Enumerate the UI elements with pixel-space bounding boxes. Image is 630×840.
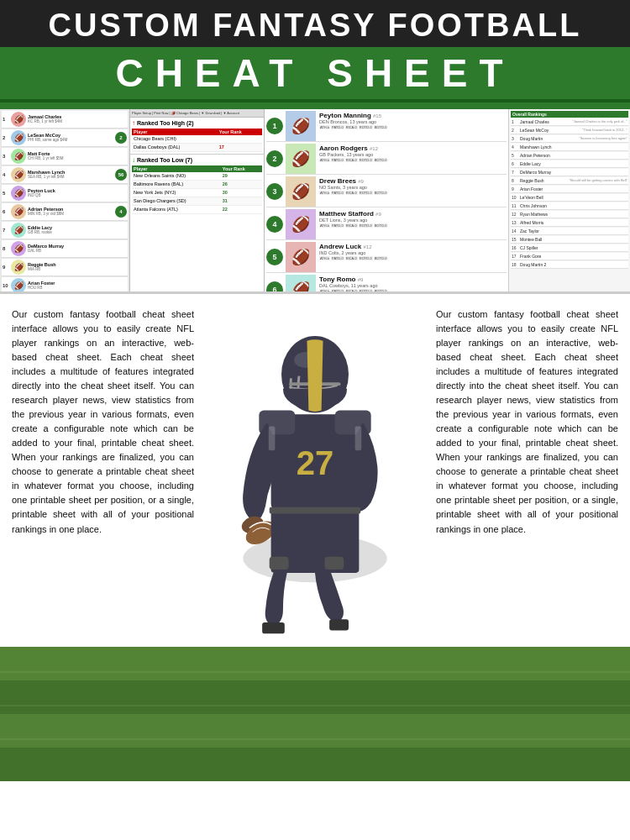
- far-right-player-row[interactable]: 2 LeSean McCoy "Think forward back in 20…: [511, 127, 628, 134]
- frp-num: 2: [512, 128, 520, 133]
- svg-text:27: 27: [297, 444, 334, 481]
- frp-info: "Think forward back in 2012...": [582, 128, 627, 132]
- far-right-player-row[interactable]: 8 Reggie Bush "Should still be getting c…: [511, 177, 628, 185]
- player-detail-row[interactable]: 3 🏈 Drew Brees #9 NO Saints, 3 years ago…: [266, 176, 507, 207]
- ranked-high-row[interactable]: Dallas Cowboys (DAL) 17: [132, 143, 262, 151]
- far-right-player-row[interactable]: 7 DeMarco Murray: [511, 169, 628, 176]
- player-list-item[interactable]: 5 🏈 Peyton Luck IND QB: [2, 185, 128, 202]
- green-bar-divider: [0, 102, 630, 109]
- ranked-player-name: Atlanta Falcons (ATL): [132, 205, 221, 213]
- player-detail-row[interactable]: 4 🏈 Matthew Stafford #9 DET Lions, 3 yea…: [266, 209, 507, 240]
- frp-num: 9: [512, 186, 520, 192]
- far-right-player-row[interactable]: 18 Doug Martin 2: [511, 261, 628, 269]
- ranked-low-row[interactable]: New York Jets (NYJ) 30: [132, 188, 262, 197]
- frp-name: Alfred Morris: [520, 220, 627, 225]
- ranked-low-row[interactable]: Baltimore Ravens (BAL) 26: [132, 180, 262, 188]
- player-detail-info: Andrew Luck #12 IND Colts, 2 years ago A…: [318, 242, 507, 272]
- player-list-item[interactable]: 1 🏈 Jamaal Charles KC RB, 1 yr left $4M: [2, 111, 128, 129]
- frp-name: DeMarco Murray: [520, 170, 627, 175]
- player-avatar: 🏈: [11, 241, 26, 256]
- player-detail-rank: 5: [266, 249, 283, 265]
- ranked-panels: Player Setup | Print Now | 🏈 Chicago Bea…: [130, 109, 265, 291]
- ranked-player-name: Dallas Cowboys (DAL): [132, 143, 218, 151]
- far-right-player-row[interactable]: 17 Frank Gore: [511, 253, 628, 260]
- frp-num: 5: [512, 153, 520, 158]
- far-right-player-row[interactable]: 4 Marshawn Lynch: [511, 144, 628, 151]
- player-detail-team: DEN Broncos, 13 years ago: [319, 119, 506, 124]
- player-list-item[interactable]: 3 🏈 Matt Forte CHI RB, 1 yr left $5M: [2, 148, 128, 165]
- svg-rect-15: [324, 557, 344, 570]
- player-list-item[interactable]: 4 🏈 Marshawn Lynch SEA RB, 1 yr left $4M…: [2, 166, 128, 184]
- far-right-player-row[interactable]: 10 Le'Veon Bell: [511, 194, 628, 202]
- ranked-player-name: New York Jets (NYJ): [132, 188, 221, 197]
- frp-num: 16: [512, 245, 520, 250]
- ranked-high-col-rank: Your Rank: [218, 129, 262, 135]
- player-detail-stats: ATH-k PATD-0 RICA-0 ROTD-0 BOTD-0: [319, 289, 506, 291]
- player-avatar: 🏈: [11, 149, 26, 164]
- far-right-player-row[interactable]: 3 Doug Martin "Season is becoming free a…: [511, 135, 628, 143]
- player-list-item[interactable]: 7 🏈 Eddie Lacy GB RB, rookie: [2, 222, 128, 239]
- player-info: Jamaal Charles KC RB, 1 yr left $4M: [28, 114, 127, 123]
- player-list-item[interactable]: 9 🏈 Reggie Bush MIA RB: [2, 259, 128, 276]
- ranked-low-row[interactable]: San Diego Chargers (SD) 31: [132, 197, 262, 205]
- player-list-item[interactable]: 2 🏈 LeSean McCoy PHI RB, some ago $4M 2: [2, 129, 128, 147]
- player-avatar: 🏈: [11, 167, 26, 182]
- player-detail-team: IND Colts, 2 years ago: [319, 250, 506, 255]
- far-right-player-row[interactable]: 6 Eddie Lacy: [511, 160, 628, 168]
- far-right-player-row[interactable]: 11 Chris Johnson: [511, 202, 628, 210]
- player-avatar: 🏈: [11, 204, 26, 219]
- player-list-item[interactable]: 6 🏈 Adrian Peterson MIN RB, 3 yr old $8M…: [2, 203, 128, 221]
- far-right-player-row[interactable]: 12 Ryan Mathews: [511, 211, 628, 218]
- player-list-item[interactable]: 10 🏈 Arian Foster HOU RB: [2, 277, 128, 291]
- far-right-player-row[interactable]: 15 Montee Ball: [511, 236, 628, 244]
- football-player-image: 27: [172, 294, 458, 647]
- player-detail-row[interactable]: 1 🏈 Peyton Manning #15 DEN Broncos, 13 y…: [266, 111, 507, 142]
- frp-name: Jamaal Charles: [520, 119, 572, 124]
- frp-num: 13: [512, 220, 520, 225]
- ranked-low-row[interactable]: New Orleans Saints (NO) 29: [132, 172, 262, 181]
- player-rank-num: 5: [3, 191, 11, 196]
- player-detail-rank: 4: [266, 216, 283, 233]
- player-list-item[interactable]: 8 🏈 DeMarco Murray DAL RB: [2, 240, 128, 258]
- player-detail-info: Peyton Manning #15 DEN Broncos, 13 years…: [318, 111, 507, 141]
- frp-name: Arian Foster: [520, 186, 627, 192]
- player-detail-row[interactable]: 6 🏈 Tony Romo #9 DAL Cowboys, 11 years a…: [266, 275, 507, 291]
- player-avatar: 🏈: [11, 130, 26, 145]
- player-detail: MIA RB: [28, 267, 127, 271]
- player-detail-avatar: 🏈: [286, 275, 316, 291]
- far-right-player-row[interactable]: 14 Zac Taylor: [511, 228, 628, 235]
- player-detail: PHI RB, some ago $4M: [28, 138, 115, 142]
- ranked-high-table: Player Your Rank Chicago Bears (CHI) Dal…: [132, 129, 262, 152]
- svg-rect-13: [329, 619, 349, 630]
- far-right-player-row[interactable]: 13 Alfred Morris: [511, 219, 628, 227]
- player-detail-row[interactable]: 2 🏈 Aaron Rodgers #12 GB Packers, 13 yea…: [266, 144, 507, 175]
- player-detail-rank: 1: [266, 118, 283, 134]
- far-right-player-row[interactable]: 5 Adrian Peterson: [511, 152, 628, 160]
- player-detail-info: Tony Romo #9 DAL Cowboys, 11 years ago A…: [318, 275, 507, 291]
- far-right-player-row[interactable]: 1 Jamaal Charles "Jamaal Charles is the …: [511, 118, 628, 126]
- player-info: Marshawn Lynch SEA RB, 1 yr left $4M: [28, 170, 115, 179]
- player-detail-name: Drew Brees #9: [319, 177, 506, 185]
- frp-name: Adrian Peterson: [520, 153, 627, 158]
- far-right-player-row[interactable]: 16 CJ Spiller: [511, 244, 628, 252]
- player-detail: MIN RB, 3 yr old $8M: [28, 212, 115, 216]
- player-detail-team: NO Saints, 3 years ago: [319, 185, 506, 190]
- player-detail-row[interactable]: 5 🏈 Andrew Luck #12 IND Colts, 2 years a…: [266, 242, 507, 273]
- player-info: Peyton Luck IND QB: [28, 188, 127, 197]
- svg-rect-12: [262, 622, 285, 633]
- ranked-player-rank: 30: [221, 188, 262, 197]
- player-detail-name: Matthew Stafford #9: [319, 210, 506, 218]
- ranked-low-row[interactable]: Atlanta Falcons (ATL) 22: [132, 205, 262, 213]
- ranked-high-row[interactable]: Chicago Bears (CHI): [132, 135, 262, 144]
- player-info: Arian Foster HOU RB: [28, 281, 127, 290]
- ranked-player-rank: 29: [221, 172, 262, 181]
- player-avatar: 🏈: [11, 260, 26, 275]
- ranked-player-rank: 17: [218, 143, 262, 151]
- frp-name: LeSean McCoy: [520, 128, 582, 133]
- frp-name: Frank Gore: [520, 254, 627, 259]
- svg-rect-21: [0, 714, 630, 748]
- frp-name: Montee Ball: [520, 237, 627, 242]
- ranked-player-rank: 26: [221, 180, 262, 188]
- far-right-player-row[interactable]: 9 Arian Foster: [511, 186, 628, 193]
- svg-rect-17: [355, 426, 362, 450]
